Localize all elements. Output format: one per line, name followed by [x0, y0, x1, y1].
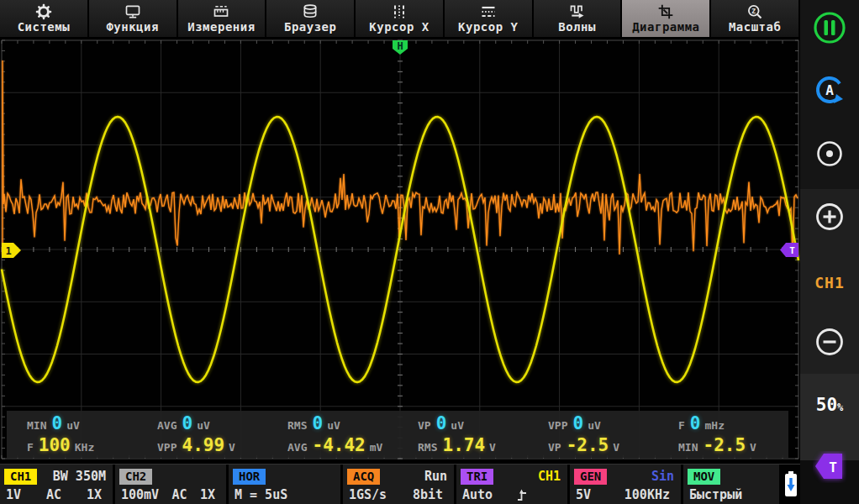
menu-item-label: Функция [106, 20, 159, 34]
menu-item-scale[interactable]: Z Масштаб [711, 0, 798, 37]
acquisition-status[interactable]: ACQRun 1GS/s8bit [343, 465, 454, 504]
dot-circle-button[interactable] [812, 136, 847, 171]
active-channel-label[interactable]: CH1 [814, 274, 845, 291]
meas-label: AVG [157, 419, 177, 432]
database-icon [302, 4, 319, 19]
meas-label: MIN [27, 419, 46, 432]
acq-badge: ACQ [347, 469, 380, 485]
top-menu-bar: Системы Функция Измерения [0, 0, 798, 37]
percent-sign: % [837, 402, 843, 413]
meas-value: 100 [39, 435, 71, 455]
ch2-probe: 1X [200, 487, 215, 502]
meas-unit: uV [327, 419, 340, 432]
channel1-level-marker[interactable]: 1 [2, 243, 22, 258]
meas-unit: V [229, 441, 235, 454]
channel1-status[interactable]: CH1BW 350M 1VAC1X [0, 465, 113, 504]
trigger-menu-button[interactable]: T [813, 451, 846, 483]
meas-unit: KHz [75, 441, 94, 454]
gen-amplitude: 5V [576, 487, 591, 502]
gen-frequency: 100KHz [624, 487, 670, 502]
menu-item-label: Системы [18, 20, 71, 34]
gen-waveform-type: Sin [651, 469, 677, 484]
menu-item-label: Диаграмма [632, 20, 699, 34]
svg-text:Z: Z [752, 7, 756, 14]
measurement-column: VP0uV RMS1.74V [398, 411, 528, 458]
movement-status[interactable]: MOV Быстрый [683, 465, 779, 504]
menu-item-browser[interactable]: Браузер [266, 0, 354, 37]
meas-value: 1.74 [442, 435, 485, 455]
timebase-value: M = 5uS [235, 487, 287, 502]
meas-value: -2.5 [703, 435, 746, 455]
meas-unit: mHz [704, 419, 724, 432]
ruler-icon [212, 4, 230, 19]
meas-label: F [678, 419, 685, 432]
menu-item-function[interactable]: Функция [89, 0, 177, 37]
meas-label: RMS [287, 419, 307, 432]
sample-rate: 1GS/s [349, 487, 387, 502]
meas-unit: uV [588, 419, 601, 432]
meas-label: VPP [548, 419, 567, 432]
movement-mode: Быстрый [689, 487, 742, 502]
measurement-column: AVG0uV VPP4.99V [137, 411, 267, 458]
trigger-mode: Auto [462, 487, 493, 502]
meas-value: 0 [312, 413, 323, 433]
tri-badge: TRI [461, 469, 493, 485]
pause-button[interactable] [811, 9, 848, 46]
menu-item-diagram[interactable]: Диаграмма [622, 0, 709, 37]
generator-status[interactable]: GENSin 5V100KHz [570, 465, 681, 504]
menu-item-measurements[interactable]: Измерения [178, 0, 266, 37]
meas-value: 0 [572, 413, 583, 433]
menu-item-label: Волны [558, 20, 596, 34]
measurement-column: VPP0uV VP-2.5V [528, 411, 658, 458]
monitor-icon [124, 4, 141, 19]
bit-depth: 8bit [413, 487, 443, 502]
measurement-panel: MIN0uV F100KHz AVG0uV VPP4.99V RMS0uV AV… [7, 411, 788, 458]
h-position-marker[interactable]: H [392, 40, 408, 55]
bandwidth-label: BW 350M [53, 469, 108, 484]
meas-label: RMS [418, 441, 437, 454]
svg-text:A: A [825, 82, 834, 98]
bottom-status-bar: CH1BW 350M 1VAC1X CH2 100mVAC1X HOR M = … [0, 464, 800, 504]
cursor-y-icon [480, 4, 497, 19]
menu-item-cursor-x[interactable]: Курсор X [356, 0, 443, 37]
zoom-z-icon: Z [746, 4, 763, 19]
meas-value: 0 [690, 413, 701, 433]
meas-label: F [27, 441, 34, 454]
meas-unit: uV [197, 419, 210, 432]
zoom-out-button[interactable] [811, 323, 848, 360]
meas-label: VPP [157, 441, 177, 454]
menu-item-systems[interactable]: Системы [0, 0, 87, 37]
meas-unit: mV [370, 441, 383, 454]
ch1-volts-div: 1V [6, 487, 21, 502]
menu-item-label: Курсор Y [458, 20, 518, 34]
ch1-coupling: AC [46, 487, 61, 502]
meas-value: 0 [51, 413, 62, 433]
trigger-level-marker[interactable]: T [780, 243, 798, 257]
menu-item-label: Курсор X [369, 20, 429, 34]
trigger-status[interactable]: TRICH1 Auto [456, 465, 567, 504]
meas-value: -4.42 [312, 435, 365, 455]
measurement-column: MIN0uV F100KHz [7, 411, 137, 458]
sidebar-section [800, 374, 859, 460]
trigger-source: CH1 [538, 469, 563, 484]
meas-unit: V [750, 441, 756, 454]
meas-value: 0 [182, 413, 192, 433]
meas-value: 0 [436, 413, 447, 433]
crop-icon [657, 4, 674, 19]
battery-icon [783, 470, 799, 500]
scope-display: H 1 T MIN0uV F100KHz AVG0uV VPP4.99V RMS… [0, 38, 800, 460]
svg-text:H: H [397, 40, 403, 52]
meas-label: AVG [287, 441, 307, 454]
battery-indicator [782, 465, 800, 504]
square-wave-icon [568, 4, 587, 19]
zoom-in-button[interactable] [811, 198, 848, 235]
measurement-column: F0mHz MIN-2.5V [658, 411, 788, 458]
menu-item-cursor-y[interactable]: Курсор Y [445, 0, 532, 37]
auto-setup-button[interactable]: A [811, 71, 848, 108]
horizontal-status[interactable]: HOR M = 5uS [229, 465, 340, 504]
zoom-percent-indicator[interactable]: 50% [816, 395, 844, 415]
meas-value: 4.99 [182, 435, 224, 455]
menu-item-waves[interactable]: Волны [534, 0, 621, 37]
channel2-status[interactable]: CH2 100mVAC1X [115, 465, 226, 504]
right-sidebar: A CH1 50% T [800, 0, 859, 504]
